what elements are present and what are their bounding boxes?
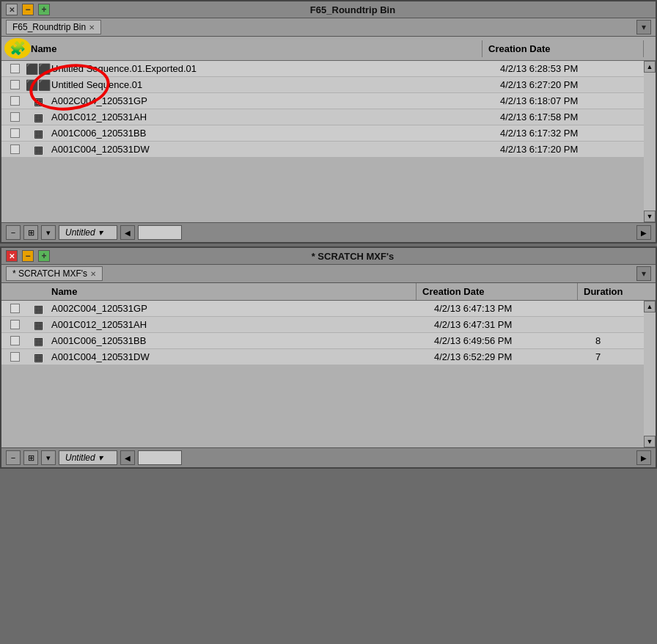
row-date: 4/2/13 6:27:20 PM [494,77,656,92]
row-name: A001C004_120531DW [48,349,428,365]
panel1-left-arrow[interactable]: ◀ [120,225,135,240]
row-checkbox[interactable] [1,334,28,348]
row-date: 4/2/13 6:18:07 PM [494,93,656,109]
panel2-bottom-grid[interactable]: ⊞ [23,450,38,465]
row-clip-icon: ▦ [28,335,48,347]
table-row: ▦ A002C004_120531GP 4/2/13 6:47:13 PM [1,301,656,317]
scroll-up-button[interactable]: ▲ [644,61,656,73]
row-name: A002C004_120531GP [48,301,428,316]
panel2-tab-close[interactable]: ✕ [90,270,96,278]
panel2-col-header: Name Creation Date Duration [1,283,656,301]
panel1-untitled-label: Untitled [65,227,95,238]
panel1-scroll-area[interactable]: ⬛⬛ Untitled Sequence.01.Exported.01 4/2/… [1,61,656,222]
row-clip-icon: ▦ [28,111,48,123]
panel1-minus-button[interactable]: − [22,4,34,15]
panel1: ✕ − + F65_Roundtrip Bin F65_Roundtrip Bi… [0,0,657,244]
row-seq-icon: ⬛⬛ [28,63,48,75]
row-date: 4/2/13 6:47:13 PM [428,301,590,316]
scroll-down-button[interactable]: ▼ [644,211,656,222]
table-row: ▦ A001C004_120531DW 4/2/13 6:52:29 PM 7 [1,349,656,365]
panel1-title: F65_Roundtrip Bin [54,4,651,15]
panel1-titlebar: ✕ − + F65_Roundtrip Bin [1,1,656,18]
row-name: A001C012_120531AH [48,109,494,125]
panel2-bottom-minus[interactable]: − [6,450,21,465]
table-row: ▦ A001C012_120531AH 4/2/13 6:47:31 PM [1,317,656,333]
row-name: A001C006_120531BB [48,333,428,348]
table-row: ▦ A001C004_120531DW 4/2/13 6:17:20 PM [1,142,656,158]
panel2-title: * SCRATCH MXF's [54,251,651,262]
panel2-dropdown-arrow: ▾ [98,453,103,463]
panel2: ✕ − + * SCRATCH MXF's * SCRATCH MXF's ✕ … [0,246,657,469]
table-row: ▦ A001C006_120531BB 4/2/13 6:17:32 PM [1,125,656,142]
row-name: A001C006_120531BB [48,125,494,141]
panel2-right-arrow[interactable]: ▶ [636,450,651,465]
row-name: A001C012_120531AH [48,317,428,332]
panel2-name-header: Name [48,283,416,300]
panel2-tab-menu[interactable]: ▾ [636,266,651,281]
panel1-bottom-minus[interactable]: − [6,225,21,240]
row-name: A002C004_120531GP [48,93,494,109]
panel1-check-col: 🧩 [1,37,28,60]
panel2-close-button[interactable]: ✕ [6,250,18,262]
panel1-name-header: Name [28,40,482,57]
panel2-tabbar: * SCRATCH MXF's ✕ ▾ [1,265,656,283]
row-checkbox[interactable] [1,350,28,364]
panel2-tab-label: * SCRATCH MXF's [12,268,87,279]
panel2-rows: ▦ A002C004_120531GP 4/2/13 6:47:13 PM ▦ … [1,301,656,365]
panel1-plus-button[interactable]: + [38,4,50,15]
panel1-tabbar: F65_Roundtrip Bin ✕ ▾ [1,18,656,37]
scroll-up-button2[interactable]: ▲ [644,301,656,312]
row-checkbox[interactable] [1,318,28,332]
row-name: A001C004_120531DW [48,142,494,157]
row-checkbox[interactable] [1,142,28,156]
table-row: ▦ A001C012_120531AH 4/2/13 6:17:58 PM [1,109,656,125]
panel2-minus-button[interactable]: − [22,250,34,262]
panel1-tab-close[interactable]: ✕ [89,23,95,32]
row-clip-icon: ▦ [28,319,48,331]
row-clip-icon: ▦ [28,144,48,155]
row-date: 4/2/13 6:17:20 PM [494,142,656,157]
table-row: ▦ A001C006_120531BB 4/2/13 6:49:56 PM 8 [1,333,656,349]
table-row: ▦ A002C004_120531GP 4/2/13 6:18:07 PM [1,93,656,109]
row-checkbox[interactable] [1,126,28,140]
panel2-bottom-grid-arrow[interactable]: ▾ [41,450,56,465]
row-checkbox[interactable] [1,94,28,108]
panel2-bottombar: − ⊞ ▾ Untitled ▾ ◀ ▶ [1,447,656,467]
panel2-plus-button[interactable]: + [38,250,50,262]
row-name: Untitled Sequence.01.Exported.01 [48,61,494,76]
row-date: 4/2/13 6:49:56 PM [428,333,590,348]
panel1-dropdown-arrow: ▾ [98,227,103,238]
panel1-tab-label: F65_Roundtrip Bin [12,22,86,32]
panel1-col-header: 🧩 Name Creation Date [1,37,656,61]
panel1-tab[interactable]: F65_Roundtrip Bin ✕ [6,20,101,34]
panel1-bottom-grid[interactable]: ⊞ [23,225,38,240]
panel2-titlebar: ✕ − + * SCRATCH MXF's [1,248,656,265]
panel2-left-arrow[interactable]: ◀ [120,450,135,465]
panel2-scroll-area[interactable]: ▦ A002C004_120531GP 4/2/13 6:47:13 PM ▦ … [1,301,656,447]
panel1-right-arrow[interactable]: ▶ [636,225,651,240]
row-date: 4/2/13 6:52:29 PM [428,349,590,365]
row-checkbox[interactable] [1,301,28,315]
panel1-scroll-bar[interactable] [138,225,182,240]
row-seq-icon: ⬛⬛ [28,79,48,91]
panel2-untitled-dropdown[interactable]: Untitled ▾ [59,450,117,465]
scroll-down-button2[interactable]: ▼ [644,436,656,447]
panel1-tab-menu[interactable]: ▾ [636,20,651,34]
panel1-close-button[interactable]: ✕ [6,4,18,15]
row-checkbox[interactable] [1,110,28,124]
row-checkbox[interactable] [1,62,28,76]
row-checkbox[interactable] [1,78,28,92]
row-date: 4/2/13 6:28:53 PM [494,61,656,76]
row-clip-icon: ▦ [28,303,48,315]
panel2-scroll-bar[interactable] [138,450,182,465]
panel1-untitled-dropdown[interactable]: Untitled ▾ [59,225,117,240]
table-row: ⬛⬛ Untitled Sequence.01.Exported.01 4/2/… [1,61,656,77]
row-clip-icon: ▦ [28,95,48,107]
row-name: Untitled Sequence.01 [48,77,494,92]
panel1-yellow-icon: 🧩 [4,38,31,59]
panel1-bottom-grid-arrow[interactable]: ▾ [41,225,56,240]
panel1-date-header: Creation Date [482,40,644,57]
panel1-rows: ⬛⬛ Untitled Sequence.01.Exported.01 4/2/… [1,61,656,158]
panel2-tab[interactable]: * SCRATCH MXF's ✕ [6,266,103,281]
panel2-duration-header: Duration [578,283,644,300]
